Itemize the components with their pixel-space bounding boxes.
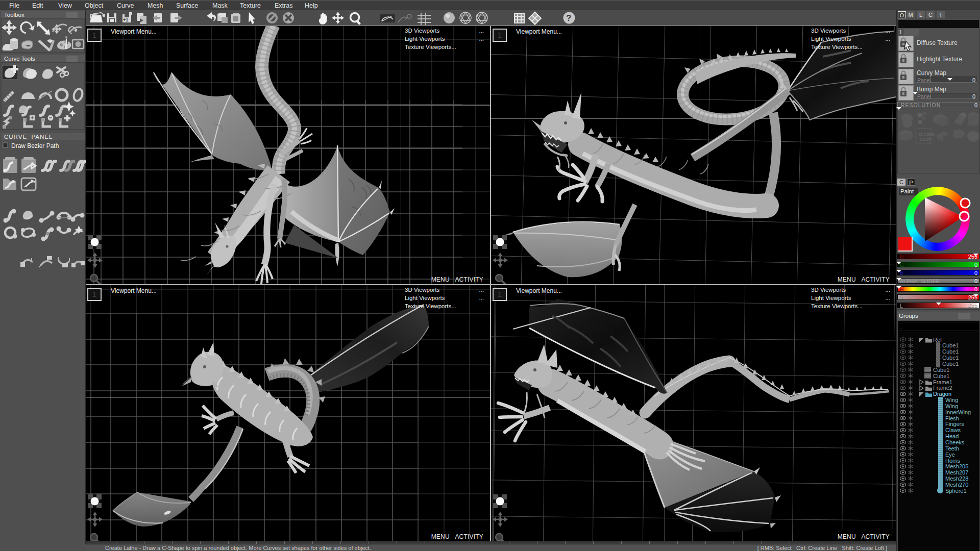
svg-text:LOOP: LOOP (920, 137, 931, 142)
svg-text:Horns: Horns (945, 458, 961, 464)
svg-text:Fingers: Fingers (945, 421, 964, 427)
svg-text:Cube1: Cube1 (933, 373, 949, 379)
svg-text:Cube1: Cube1 (942, 342, 959, 348)
svg-text:Mesh207: Mesh207 (945, 469, 968, 475)
svg-text:Claws: Claws (945, 427, 961, 433)
svg-text:Head: Head (945, 433, 959, 439)
svg-text:InnerWing: InnerWing (945, 409, 971, 415)
svg-text:Mesh205: Mesh205 (945, 463, 968, 469)
svg-text:CURVE PANEL: CURVE PANEL (4, 134, 53, 140)
svg-text:?: ? (566, 13, 571, 23)
svg-text:Cube1: Cube1 (933, 367, 949, 373)
svg-text:Sphere1: Sphere1 (945, 488, 967, 494)
svg-text:Draw Bezier Path: Draw Bezier Path (11, 142, 59, 149)
svg-text:Wing: Wing (945, 397, 958, 403)
svg-text:Cube1: Cube1 (942, 355, 959, 361)
svg-text:Dragon: Dragon (933, 391, 951, 397)
svg-text:Cube1: Cube1 (942, 348, 959, 355)
svg-text:Eye: Eye (945, 452, 955, 458)
svg-text:Teeth: Teeth (945, 445, 959, 452)
svg-text:Frame2: Frame2 (933, 385, 952, 391)
svg-text:+1: +1 (123, 17, 128, 22)
svg-text:Frame1: Frame1 (933, 379, 952, 385)
svg-text:Mesh270: Mesh270 (945, 482, 968, 488)
svg-text:Ref: Ref (933, 337, 942, 343)
svg-text:Mesh228: Mesh228 (945, 475, 968, 482)
svg-text:Flesh: Flesh (945, 415, 959, 421)
svg-text:Toolbox: Toolbox (4, 12, 24, 18)
svg-text:Wing: Wing (945, 403, 958, 409)
svg-text:Cheeks: Cheeks (945, 439, 965, 445)
svg-text:Curve Tools: Curve Tools (4, 56, 35, 62)
svg-text:CLOSED: CLOSED (918, 132, 935, 137)
svg-text:Cube1: Cube1 (942, 361, 959, 367)
